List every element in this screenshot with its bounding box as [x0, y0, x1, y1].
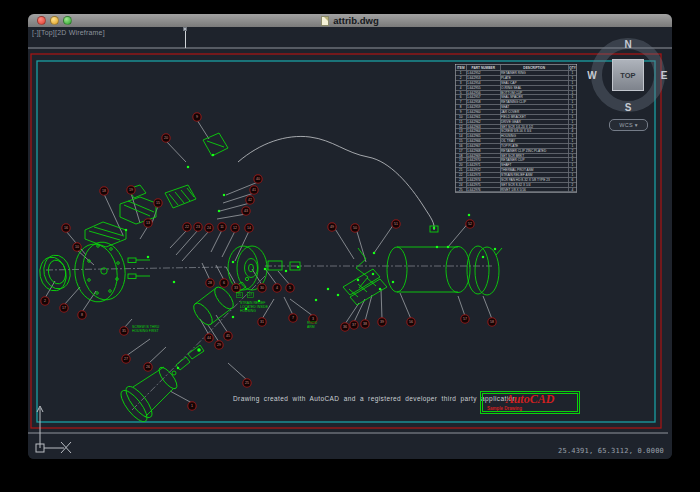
- snap-dot: [482, 256, 484, 258]
- table-cell: 1-642972: [467, 168, 501, 172]
- balloon-number: 20: [164, 136, 168, 140]
- window-titlebar[interactable]: attrib.dwg: [28, 14, 672, 28]
- balloon-number: 45: [226, 334, 230, 338]
- autocad-window: attrib.dwg: [28, 14, 672, 459]
- leader-line: [126, 339, 150, 356]
- snap-dot: [218, 210, 220, 212]
- autocad-logo-title: AutoCAD: [481, 392, 579, 407]
- table-cell: SCREW 3/8-16 X 3/4: [501, 129, 569, 133]
- table-cell: 16: [456, 144, 467, 148]
- table-cell: RETAINER RING: [501, 71, 569, 75]
- balloon-number: 13: [146, 221, 150, 225]
- arm-note: ROT'D ARM: [307, 321, 317, 329]
- table-cell: 10: [456, 115, 467, 119]
- viewcube-east-label[interactable]: E: [661, 70, 668, 81]
- viewport-controls-label[interactable]: [-][Top][2D Wireframe]: [32, 29, 105, 36]
- table-cell: 1-642967: [467, 144, 501, 148]
- table-cell: 20: [456, 163, 467, 167]
- table-cell: 1-642968: [467, 149, 501, 153]
- snap-dot: [125, 229, 127, 231]
- table-cell: 1-642964: [467, 129, 501, 133]
- table-cell: 1-642958: [467, 100, 501, 104]
- balloon-number: 15: [156, 201, 160, 205]
- viewcube-top-face[interactable]: TOP: [612, 59, 644, 91]
- table-cell: 5: [456, 90, 467, 94]
- table-cell: 4: [569, 187, 577, 191]
- table-cell: 25: [456, 187, 467, 191]
- balloon-number: 6: [223, 281, 225, 285]
- snap-dot: [372, 273, 374, 275]
- table-cell: 2: [456, 76, 467, 80]
- balloon-number: 37: [352, 323, 356, 327]
- snap-dot: [212, 154, 214, 156]
- document-icon: [321, 16, 329, 26]
- snap-dot: [447, 246, 449, 248]
- crosshair-grip: [183, 27, 187, 31]
- balloon-number: 44: [207, 336, 211, 340]
- snap-dot: [177, 367, 179, 369]
- table-cell: 23: [456, 178, 467, 182]
- viewcube-north-label[interactable]: N: [624, 39, 631, 50]
- balloon-number: 11: [220, 225, 224, 229]
- parts-table: ITEMPART NUMBERDESCRIPTIONQTY11-642952RE…: [455, 64, 577, 193]
- table-cell: PLATE: [501, 76, 569, 80]
- table-cell: 1: [569, 86, 577, 90]
- table-cell: SET SCR BRKT: [501, 153, 569, 157]
- table-cell: 1: [569, 163, 577, 167]
- table-cell: 1: [569, 81, 577, 85]
- balloon-number: 39: [380, 320, 384, 324]
- table-row: 251-642976RIVET 1/8 X 5/164: [456, 187, 577, 192]
- wcs-dropdown-button[interactable]: WCS ▾: [609, 119, 648, 131]
- table-cell: 1: [569, 95, 577, 99]
- viewcube-south-label[interactable]: S: [625, 102, 632, 113]
- balloon-number: 14: [247, 226, 251, 230]
- table-cell: SET SCR 1/4-20 X 1/2: [501, 124, 569, 128]
- table-cell: 1-642975: [467, 182, 501, 186]
- balloon-number: 26: [146, 365, 150, 369]
- balloon-number: 30: [260, 286, 264, 290]
- balloon-number: 29: [217, 343, 221, 347]
- inline-tag-25: 25: [236, 292, 243, 298]
- balloon-number: 7: [292, 316, 294, 320]
- balloon-number: 17: [62, 306, 66, 310]
- table-cell: 1-642959: [467, 105, 501, 109]
- leader-line: [170, 391, 192, 403]
- snap-dot: [337, 294, 339, 296]
- balloon-number: 28: [208, 281, 212, 285]
- leader-line: [284, 297, 293, 315]
- snap-dot: [173, 281, 175, 283]
- table-cell: 19: [456, 158, 467, 162]
- balloon-number: 36: [343, 325, 347, 329]
- table-cell: 1: [569, 105, 577, 109]
- table-cell: OIL TRAY: [501, 139, 569, 143]
- table-cell: THERMAL PROT ASM: [501, 168, 569, 172]
- snap-dot: [198, 349, 200, 351]
- leader-line: [458, 296, 465, 316]
- drawing-canvas[interactable]: 1819151322232416102178920404142431112142…: [28, 27, 672, 459]
- balloon-number: 42: [248, 198, 252, 202]
- leader-line: [211, 230, 222, 252]
- leader-line: [400, 293, 411, 319]
- leader-line: [176, 230, 198, 255]
- table-cell: SEAL SPACER: [501, 95, 569, 99]
- table-cell: JAR COVER: [501, 110, 569, 114]
- table-cell: 1: [569, 168, 577, 172]
- leader-line: [278, 271, 290, 285]
- table-cell: 1: [569, 144, 577, 148]
- snap-dot: [379, 288, 381, 290]
- balloon-number: 51: [394, 222, 398, 226]
- table-cell: 1-642957: [467, 95, 501, 99]
- snap-dot: [494, 248, 496, 250]
- table-cell: 9: [456, 110, 467, 114]
- table-cell: 1: [569, 110, 577, 114]
- viewcube-west-label[interactable]: W: [587, 70, 596, 81]
- table-cell: 4: [456, 86, 467, 90]
- snap-dot: [147, 256, 149, 258]
- table-cell: 4: [569, 129, 577, 133]
- balloon-number: 35: [122, 329, 126, 333]
- table-cell: 24: [456, 182, 467, 186]
- table-cell: 1-642962: [467, 119, 501, 123]
- part-geometry: [37, 133, 502, 425]
- table-cell: 8: [456, 105, 467, 109]
- balloon-number: 41: [252, 188, 256, 192]
